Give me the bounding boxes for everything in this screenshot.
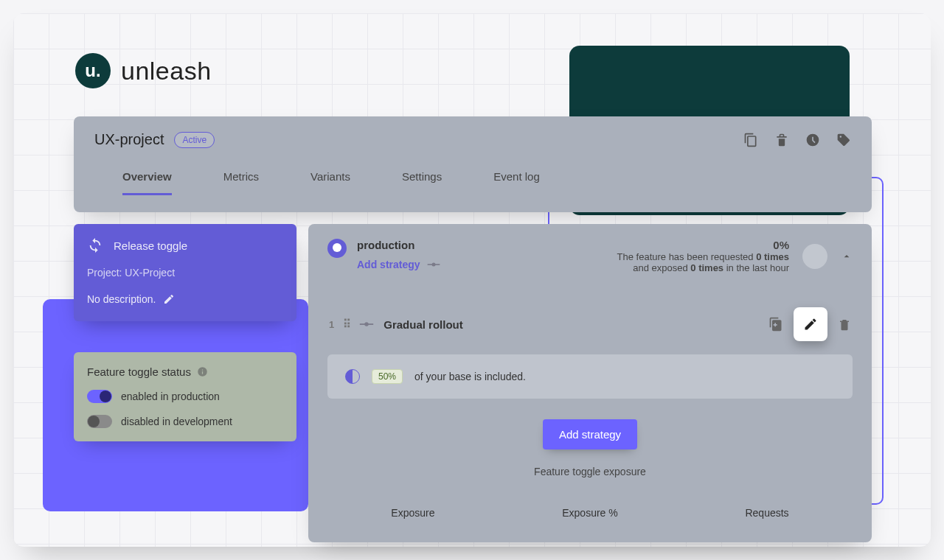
edit-description-icon[interactable] — [163, 293, 175, 305]
toggle-type-label: Release toggle — [114, 239, 187, 252]
strategy-type-icon — [358, 321, 375, 328]
page-canvas: u. unleash UX-project Active — [13, 13, 931, 547]
rollout-percent-chip: 50% — [372, 369, 403, 384]
exposure-columns: Exposure Exposure % Requests — [327, 507, 853, 519]
copy-icon[interactable] — [743, 133, 758, 147]
project-header-card: UX-project Active Overview Metri — [74, 116, 872, 212]
edit-strategy-button[interactable] — [794, 307, 827, 341]
add-strategy-button[interactable]: Add strategy — [543, 419, 637, 449]
exposure-heading: Feature toggle exposure — [327, 466, 853, 477]
tab-settings[interactable]: Settings — [402, 170, 442, 195]
feature-toggle-status-card: Feature toggle status enabled in product… — [74, 352, 296, 441]
info-icon[interactable] — [197, 366, 208, 377]
tab-event-log[interactable]: Event log — [493, 170, 540, 195]
duplicate-strategy-icon[interactable] — [768, 317, 783, 332]
status-heading: Feature toggle status — [87, 365, 191, 378]
archive-icon[interactable] — [774, 133, 789, 147]
brand-name: unleash — [121, 57, 212, 85]
strategy-row: 1 ⠿ Gradual rollout — [327, 304, 853, 399]
history-icon[interactable] — [805, 133, 820, 147]
environment-name: production — [357, 239, 441, 251]
tab-overview[interactable]: Overview — [122, 170, 172, 195]
rollout-text: of your base is included. — [414, 371, 526, 382]
no-description-text: No description. — [87, 293, 156, 305]
col-requests: Requests — [745, 507, 788, 519]
tag-icon[interactable] — [836, 133, 851, 147]
tab-variants[interactable]: Variants — [310, 170, 350, 195]
exposure-sparkline-placeholder — [802, 244, 827, 269]
brand: u. unleash — [75, 53, 212, 88]
environment-card: production Add strategy 0% The feature h… — [308, 224, 872, 542]
refresh-icon — [87, 237, 103, 253]
env-status-row-production: enabled in production — [87, 390, 283, 403]
header-action-icons — [743, 133, 851, 147]
toggle-info-card: Release toggle Project: UX-Project No de… — [74, 224, 296, 321]
col-exposure: Exposure — [391, 507, 434, 519]
env-status-row-development: disabled in development — [87, 415, 283, 428]
brand-logo-icon: u. — [75, 53, 111, 88]
env-stats: 0% The feature has been requested 0 time… — [617, 239, 789, 273]
project-title: UX-project — [94, 131, 164, 148]
rollout-gauge-icon — [345, 369, 360, 384]
collapse-chevron-icon[interactable] — [841, 251, 853, 262]
tab-metrics[interactable]: Metrics — [223, 170, 259, 195]
status-badge: Active — [174, 132, 215, 148]
production-toggle[interactable] — [87, 390, 112, 403]
exposure-percent: 0% — [617, 239, 789, 251]
rollout-summary: 50% of your base is included. — [327, 354, 853, 399]
project-label: Project: UX-Project — [87, 267, 283, 279]
strategy-index: 1 — [329, 319, 334, 330]
cloud-icon — [327, 239, 347, 258]
col-exposure-percent: Exposure % — [562, 507, 617, 519]
add-strategy-link[interactable]: Add strategy — [357, 259, 441, 270]
tab-bar: Overview Metrics Variants Settings Event… — [94, 170, 851, 195]
drag-handle-icon[interactable]: ⠿ — [343, 318, 350, 331]
development-toggle[interactable] — [87, 415, 112, 428]
development-status-label: disabled in development — [121, 416, 232, 427]
delete-strategy-icon[interactable] — [838, 318, 851, 331]
strategy-name: Gradual rollout — [384, 318, 463, 331]
production-status-label: enabled in production — [121, 391, 220, 402]
